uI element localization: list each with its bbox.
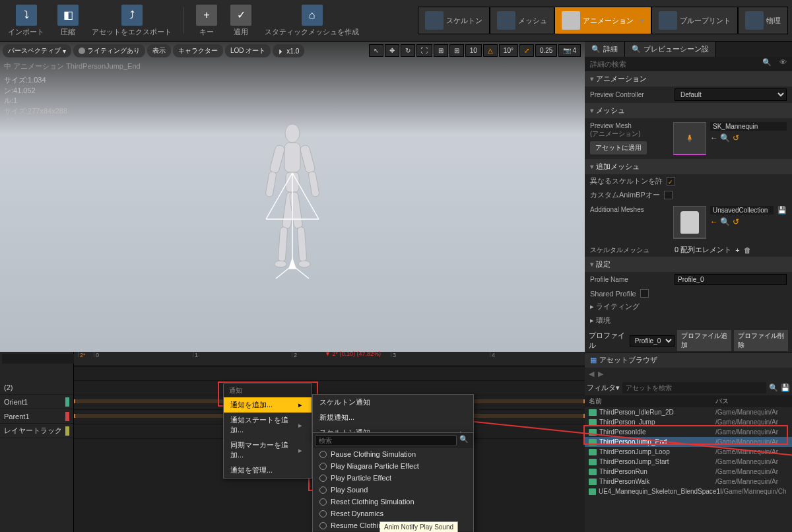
import-button[interactable]: ⤵インポート [4, 2, 48, 40]
section-environment[interactable]: ▸ 環境 [585, 314, 792, 327]
section-additional-mesh[interactable]: 追加メッシュ [585, 159, 792, 174]
vp-speed[interactable]: ⏵x1.0 [273, 44, 304, 57]
detail-search[interactable] [586, 58, 758, 70]
arrow-left-icon[interactable]: ← [710, 217, 718, 226]
vp-tool2[interactable]: ✥ [385, 44, 399, 57]
add-profile-button[interactable]: プロファイル追加 [677, 330, 731, 351]
section-mesh[interactable]: メッシュ [585, 103, 792, 118]
compress-button[interactable]: ◧圧縮 [53, 2, 82, 40]
notify-option[interactable]: Play Sound [313, 484, 473, 496]
addmesh-thumbnail[interactable] [673, 206, 706, 239]
vp-perspective[interactable]: パースペクティブ ▾ [3, 44, 71, 57]
reset-icon[interactable]: ↺ [733, 133, 739, 143]
vp-grid[interactable]: ⊞ [449, 44, 464, 57]
checkbox-allow-diff[interactable] [667, 177, 675, 185]
col-path[interactable]: パス [715, 397, 788, 406]
save-icon[interactable]: 💾 [777, 206, 787, 215]
tab-details[interactable]: 🔍詳細 [585, 42, 625, 57]
profile-name-input[interactable] [675, 274, 787, 285]
staticmesh-button[interactable]: ⌂スタティックメッシュを作成 [261, 2, 363, 40]
trash-icon[interactable]: 🗑 [744, 246, 751, 254]
col-name[interactable]: 名前 [589, 397, 715, 406]
vp-cam-speed[interactable]: 📷 4 [558, 44, 581, 57]
tab-animation[interactable]: アニメーション▾ [554, 7, 651, 34]
menu-add-sync-marker[interactable]: 同期マーカーを追加...▸ [224, 438, 312, 463]
tab-preview-scene[interactable]: 🔍プレビューシーン設 [625, 42, 716, 57]
filter-dropdown[interactable]: フィルタ▾ [587, 383, 620, 393]
preview-controller-select[interactable]: Default [675, 88, 787, 101]
asset-row[interactable]: UE4_Mannequin_Skeleton_BlendSpace1I/Game… [585, 486, 792, 496]
vp-lit[interactable]: ライティングあり [73, 44, 145, 57]
notify-option[interactable]: Play Niagara Particle Effect [313, 460, 473, 472]
vp-angle-icon[interactable]: △ [483, 44, 498, 57]
asset-row[interactable]: ThirdPersonJump_End/Game/Mannequin/Ar [585, 437, 792, 447]
mesh-thumbnail[interactable]: 🧍 [673, 122, 706, 155]
vp-tool4[interactable]: ⛶ [416, 44, 432, 57]
key-button[interactable]: +キー [192, 2, 221, 40]
asset-row[interactable]: ThirdPerson_Jump/Game/Mannequin/Ar [585, 417, 792, 427]
vp-snap-pos[interactable]: 10 [465, 44, 482, 57]
asset-row[interactable]: ThirdPerson_IdleRun_2D/Game/Mannequin/Ar [585, 407, 792, 417]
menu-new-notify[interactable]: 新規通知... [313, 410, 473, 425]
nav-fwd[interactable]: ▶ [598, 370, 603, 378]
delete-profile-button[interactable]: プロファイル削除 [734, 330, 788, 351]
track-row[interactable]: (2) [0, 380, 73, 395]
tab-mesh[interactable]: メッシュ [490, 7, 554, 34]
asset-search[interactable] [622, 382, 766, 393]
profile-select[interactable]: Profile_0 [630, 335, 675, 347]
playhead[interactable]: ▼ 2* (0.10) (47.82%) [325, 350, 381, 357]
vp-tool3[interactable]: ↻ [401, 44, 415, 57]
search-icon[interactable]: 🔍 [720, 217, 730, 226]
add-icon[interactable]: + [735, 246, 739, 254]
vp-tool1[interactable]: ↖ [369, 44, 383, 57]
vp-snap-rot[interactable]: 10° [499, 44, 518, 57]
vp-snap-scale[interactable]: 0.25 [535, 44, 557, 57]
search-icon[interactable]: 🔍 [457, 435, 471, 446]
tab-skeleton[interactable]: スケルトン [418, 7, 490, 34]
notify-option[interactable]: Pause Clothing Simulation [313, 448, 473, 460]
menu-add-notify[interactable]: 通知を追加...▸ [224, 397, 312, 413]
search-icon[interactable]: 🔍 [758, 58, 776, 70]
export-button[interactable]: ⤴アセットをエクスポート [88, 2, 176, 40]
arrow-left-icon[interactable]: ← [710, 133, 718, 143]
mesh-name[interactable]: SK_Mannequin [710, 122, 787, 131]
tab-blueprint[interactable]: ブループリント [651, 7, 738, 34]
asset-row[interactable]: ThirdPersonIdle/Game/Mannequin/Ar [585, 427, 792, 437]
track-row[interactable]: Parent1 [0, 409, 73, 424]
timeline-ruler[interactable]: 2* 012 ▼ 2* (0.10) (47.82%) 34 [74, 352, 585, 366]
section-settings[interactable]: 設定 [585, 257, 792, 272]
search-icon[interactable]: 🔍 [720, 133, 730, 143]
vp-show[interactable]: 表示 [147, 44, 171, 57]
notify-option[interactable]: Play Particle Effect [313, 472, 473, 484]
tab-physics[interactable]: 物理 [738, 7, 788, 34]
reset-icon[interactable]: ↺ [733, 217, 739, 226]
addmesh-name[interactable]: UnsavedCollection [710, 206, 774, 215]
vp-tool5[interactable]: ⊞ [434, 44, 448, 57]
section-animation[interactable]: アニメーション [585, 71, 792, 86]
checkbox-custom-bp[interactable] [664, 191, 673, 199]
checkbox-shared[interactable] [640, 289, 649, 298]
vp-lod[interactable]: LOD オート [225, 44, 271, 57]
nav-back[interactable]: ◀ [589, 370, 594, 378]
asset-row[interactable]: ThirdPersonWalk/Game/Mannequin/Ar [585, 477, 792, 486]
eye-icon[interactable]: 👁 [776, 58, 791, 70]
menu-add-notify-state[interactable]: 通知ステートを追加...▸ [224, 413, 312, 438]
asset-row[interactable]: ThirdPersonRun/Game/Mannequin/Ar [585, 467, 792, 477]
track-row[interactable]: レイヤートラック [0, 424, 73, 438]
chevron-down-icon[interactable]: ▾ [640, 17, 644, 25]
viewport[interactable]: パースペクティブ ▾ ライティングあり 表示 キャラクター LOD オート ⏵x… [0, 42, 585, 352]
tab-asset-browser[interactable]: ▦アセットブラウザ [585, 352, 792, 368]
apply-button[interactable]: ✓適用 [226, 2, 255, 40]
track-row[interactable]: Orient1 [0, 395, 73, 409]
vp-scale-icon[interactable]: ⤢ [519, 44, 534, 57]
vp-character[interactable]: キャラクター [173, 44, 223, 57]
notify-search[interactable] [315, 435, 457, 446]
search-icon[interactable]: 🔍 [769, 383, 778, 392]
notify-option[interactable]: Reset Dynamics [313, 508, 473, 519]
section-lighting[interactable]: ▸ ライティング [585, 300, 792, 314]
asset-row[interactable]: ThirdPersonJump_Start/Game/Mannequin/Ar [585, 457, 792, 467]
menu-manage-notify[interactable]: 通知を管理... [224, 463, 312, 478]
menu-skeleton-notify[interactable]: スケルトン通知 [313, 395, 473, 410]
asset-row[interactable]: ThirdPersonJump_Loop/Game/Mannequin/Ar [585, 447, 792, 457]
save-icon[interactable]: 💾 [781, 383, 790, 392]
